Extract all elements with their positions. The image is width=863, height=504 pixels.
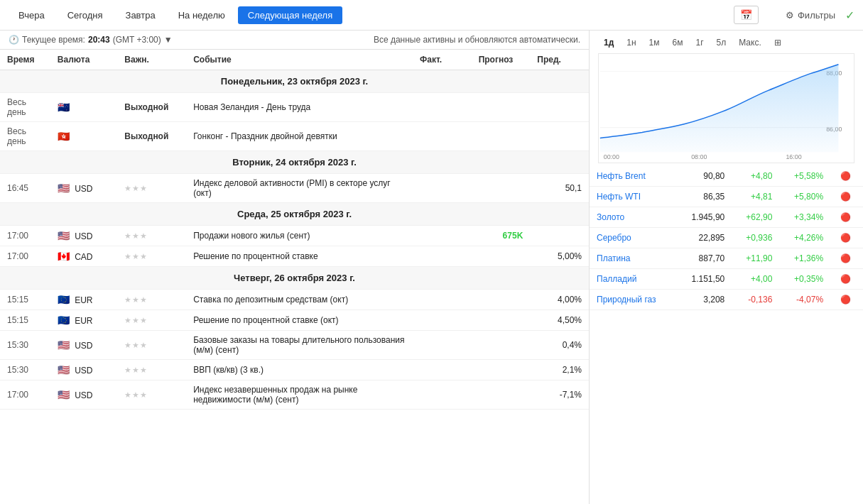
dropdown-arrow[interactable]: ▼ [164,35,173,45]
commodity-pct: +5,58% [779,166,830,187]
chart-time-1w[interactable]: 1н [621,36,641,49]
alert-icon[interactable]: 🔴 [840,212,851,222]
table-row: Весь день 🇳🇿 Выходной Новая Зеландия - Д… [0,93,589,122]
commodity-alert[interactable]: 🔴 [830,187,863,207]
svg-text:08:00: 08:00 [691,153,707,160]
row-forecast [472,246,531,267]
commodity-alert[interactable]: 🔴 [830,269,863,290]
row-prev: 50,1 [530,174,589,203]
currency-flag: 🇺🇸 [58,182,70,194]
currency-code: USD [75,184,92,194]
table-row: 17:00 🇨🇦 CAD ★★★ Решение по процентной с… [0,246,589,267]
row-forecast [472,331,531,360]
chart-time-6m[interactable]: 6м [667,36,689,49]
commodity-name[interactable]: Золото [590,207,676,228]
row-importance: ★★★ [117,290,186,310]
currency-code: USD [75,366,92,376]
commodity-change: -0,136 [732,290,779,310]
alert-icon[interactable]: 🔴 [840,233,851,243]
importance-stars: ★★★ [124,341,148,349]
commodity-name[interactable]: Нефть WTI [590,187,676,207]
th-event: Событие [186,50,413,70]
filter-icon: ⚙ [786,10,794,21]
nav-today[interactable]: Сегодня [58,6,113,24]
chart-time-5y[interactable]: 5л [711,36,732,49]
commodity-change: +0,936 [732,228,779,248]
price-chart: 88,00 86,00 00:00 08:00 16:00 [599,54,854,163]
table-row: 17:00 🇺🇸 USD ★★★ Индекс незавершенных пр… [0,380,589,410]
currency-code: USD [75,231,92,241]
alert-icon[interactable]: 🔴 [840,253,851,263]
commodity-pct: +1,36% [779,248,830,269]
commodity-name[interactable]: Природный газ [590,290,676,310]
row-time: 15:30 [0,360,50,380]
row-prev: 5,00% [530,246,589,267]
commodity-name[interactable]: Палладий [590,269,676,290]
commodity-change: +62,90 [732,207,779,228]
chart-container: 88,00 86,00 00:00 08:00 16:00 [598,53,854,163]
row-currency: 🇺🇸 USD [50,174,117,203]
nav-yesterday[interactable]: Вчера [9,6,55,24]
currency-flag: 🇺🇸 [58,364,70,376]
chart-time-max[interactable]: Макс. [733,36,767,49]
svg-text:16:00: 16:00 [786,153,801,160]
section-header-cell: Четверг, 26 октября 2023 г. [0,267,589,290]
commodity-alert[interactable]: 🔴 [830,166,863,187]
forecast-value: 675K [503,231,523,241]
row-prev [530,226,589,246]
row-fact [413,93,472,122]
nav-next-week[interactable]: Следующая неделя [238,6,342,24]
commodity-row: Палладий 1.151,50 +4,00 +0,35% 🔴 [590,269,863,290]
chart-time-1d[interactable]: 1д [598,36,619,49]
commodity-alert[interactable]: 🔴 [830,207,863,228]
nav-tomorrow[interactable]: Завтра [116,6,165,24]
importance-stars: ★★★ [124,295,148,304]
chart-time-1y[interactable]: 1г [690,36,709,49]
commodity-pct: +0,35% [779,269,830,290]
currency-flag: 🇪🇺 [58,294,70,305]
row-currency: 🇳🇿 [50,93,117,122]
chart-view-toggle[interactable]: ⊞ [769,36,787,49]
row-fact [413,246,472,267]
currency-code: CAD [75,252,92,262]
filter-button[interactable]: ⚙ Фильтры [778,6,842,24]
table-row: 17:00 🇺🇸 USD ★★★ Продажи нового жилья (с… [0,226,589,246]
row-importance: Выходной [117,93,186,122]
row-time: 16:45 [0,174,50,203]
calendar-icon-button[interactable]: 📅 [734,6,759,24]
row-time: 15:15 [0,310,50,331]
chart-time-1m[interactable]: 1м [644,36,666,49]
commodity-name[interactable]: Платина [590,248,676,269]
row-importance: ★★★ [117,310,186,331]
row-currency: 🇺🇸 USD [50,380,117,410]
commodity-price: 3,208 [676,290,732,310]
chart-time-nav: 1д 1н 1м 6м 1г 5л Макс. ⊞ [598,36,854,49]
commodity-row: Природный газ 3,208 -0,136 -4,07% 🔴 [590,290,863,310]
row-forecast [472,122,531,151]
commodity-alert[interactable]: 🔴 [830,228,863,248]
alert-icon[interactable]: 🔴 [840,171,851,181]
top-navigation: Вчера Сегодня Завтра На неделю Следующая… [0,0,863,31]
row-currency: 🇺🇸 USD [50,331,117,360]
commodity-row: Нефть Brent 90,80 +4,80 +5,58% 🔴 [590,166,863,187]
main-layout: 🕐 Текущее время: 20:43 (GMT +3:00) ▼ Все… [0,31,863,504]
table-row: Весь день 🇭🇰 Выходной Гонконг - Праздник… [0,122,589,151]
row-forecast [472,360,531,380]
alert-icon[interactable]: 🔴 [840,192,851,202]
commodity-name[interactable]: Серебро [590,228,676,248]
alert-icon[interactable]: 🔴 [840,274,851,284]
currency-flag: 🇺🇸 [58,339,70,351]
commodity-alert[interactable]: 🔴 [830,290,863,310]
importance-stars: ★★★ [124,366,148,374]
currency-flag: 🇭🇰 [58,131,70,142]
th-fact: Факт. [413,50,472,70]
commodity-alert[interactable]: 🔴 [830,248,863,269]
timezone: (GMT +3:00) [113,35,161,45]
alert-icon[interactable]: 🔴 [840,295,851,305]
currency-flag: 🇨🇦 [58,251,70,262]
nav-week[interactable]: На неделю [168,6,235,24]
section-header-cell: Вторник, 24 октября 2023 г. [0,151,589,174]
row-prev: 0,4% [530,331,589,360]
commodity-name[interactable]: Нефть Brent [590,166,676,187]
holiday-label: Выходной [124,102,168,112]
